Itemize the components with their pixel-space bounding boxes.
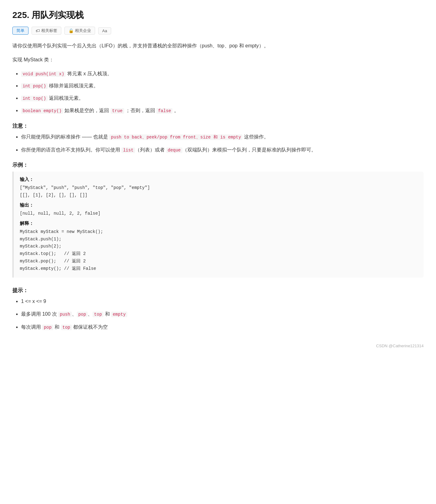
example-section: 示例： 输入： ["MyStack", "push", "push", "top… bbox=[12, 161, 424, 277]
empty-hint-code: empty bbox=[111, 312, 127, 317]
tag-related-companies[interactable]: 🔒 相关企业 bbox=[64, 27, 95, 35]
deque-code: deque bbox=[166, 147, 182, 153]
top-hint2-code: top bbox=[61, 325, 72, 330]
false-code: false bbox=[156, 108, 172, 114]
method-empty-desc: 如果栈是空的，返回 true ；否则，返回 false 。 bbox=[64, 108, 179, 113]
hint-item-2: 最多调用 100 次 push、pop、top 和 empty bbox=[21, 310, 424, 318]
tag-icon: 🏷 bbox=[36, 28, 40, 33]
method-pop: int pop() 移除并返回栈顶元素。 bbox=[21, 81, 424, 90]
tags-row: 简单 🏷 相关标签 🔒 相关企业 Aa bbox=[12, 27, 424, 35]
method-top-code: int top() bbox=[21, 96, 48, 101]
tag-simple[interactable]: 简单 bbox=[12, 27, 28, 35]
explain-content: MyStack myStack = new MyStack(); myStack… bbox=[20, 228, 417, 273]
method-top: int top() 返回栈顶元素。 bbox=[21, 94, 424, 103]
pop-hint2-code: pop bbox=[42, 325, 53, 330]
example-box: 输入： ["MyStack", "push", "push", "top", "… bbox=[12, 172, 424, 277]
input-label: 输入： bbox=[20, 177, 417, 182]
note-code-1: push to back、peek/pop from front、size 和 … bbox=[109, 134, 242, 140]
list-code: list bbox=[121, 147, 135, 153]
hints-list: 1 <= x <= 9 最多调用 100 次 push、pop、top 和 em… bbox=[12, 297, 424, 331]
implement-label: 实现 MyStack 类： bbox=[12, 55, 424, 64]
description: 请你仅使用两个队列实现一个后入先出（LIFO）的栈，并支持普通栈的全部四种操作（… bbox=[12, 42, 424, 50]
hint-title: 提示： bbox=[12, 287, 424, 294]
method-empty: boolean empty() 如果栈是空的，返回 true ；否则，返回 fa… bbox=[21, 106, 424, 115]
tag-related-tags[interactable]: 🏷 相关标签 bbox=[32, 27, 61, 35]
hint-section: 提示： 1 <= x <= 9 最多调用 100 次 push、pop、top … bbox=[12, 287, 424, 331]
notes-list: 你只能使用队列的标准操作 —— 也就是 push to back、peek/po… bbox=[12, 133, 424, 154]
hint-item-1: 1 <= x <= 9 bbox=[21, 297, 424, 305]
top-hint-code: top bbox=[93, 312, 103, 317]
footer: CSDN @Catherine121314 bbox=[12, 344, 424, 348]
example-title: 示例： bbox=[12, 161, 424, 169]
tag-font-size[interactable]: Aa bbox=[98, 27, 111, 34]
method-pop-code: int pop() bbox=[21, 83, 48, 89]
methods-list: void push(int x) 将元素 x 压入栈顶。 int pop() 移… bbox=[12, 69, 424, 115]
pop-hint-code: pop bbox=[77, 312, 88, 317]
tag-related-tags-label: 相关标签 bbox=[41, 28, 57, 33]
push-hint-code: push bbox=[58, 312, 72, 317]
lock-icon: 🔒 bbox=[68, 28, 74, 33]
note-title: 注意： bbox=[12, 122, 424, 129]
input-content: ["MyStack", "push", "push", "top", "pop"… bbox=[20, 184, 417, 199]
tag-related-companies-label: 相关企业 bbox=[75, 28, 91, 33]
note-section: 注意： 你只能使用队列的标准操作 —— 也就是 push to back、pee… bbox=[12, 122, 424, 154]
footer-text: CSDN @Catherine121314 bbox=[376, 344, 424, 348]
output-label: 输出： bbox=[20, 202, 417, 208]
tag-font-size-label: Aa bbox=[102, 28, 107, 33]
note-item-2: 你所使用的语言也许不支持队列。你可以使用 list（列表）或者 deque（双端… bbox=[21, 146, 424, 154]
output-content: [null, null, null, 2, 2, false] bbox=[20, 210, 417, 217]
hint-item-3: 每次调用 pop 和 top 都保证栈不为空 bbox=[21, 323, 424, 331]
page-title: 225. 用队列实现栈 bbox=[12, 9, 424, 21]
explain-label: 解释： bbox=[20, 221, 417, 226]
method-push-desc: 将元素 x 压入栈顶。 bbox=[67, 71, 112, 76]
method-push: void push(int x) 将元素 x 压入栈顶。 bbox=[21, 69, 424, 78]
true-code: true bbox=[111, 108, 124, 114]
tag-simple-label: 简单 bbox=[16, 28, 24, 33]
note-item-1: 你只能使用队列的标准操作 —— 也就是 push to back、peek/po… bbox=[21, 133, 424, 141]
method-empty-code: boolean empty() bbox=[21, 108, 63, 114]
method-top-desc: 返回栈顶元素。 bbox=[49, 95, 84, 101]
method-pop-desc: 移除并返回栈顶元素。 bbox=[49, 83, 98, 88]
method-push-code: void push(int x) bbox=[21, 71, 66, 77]
